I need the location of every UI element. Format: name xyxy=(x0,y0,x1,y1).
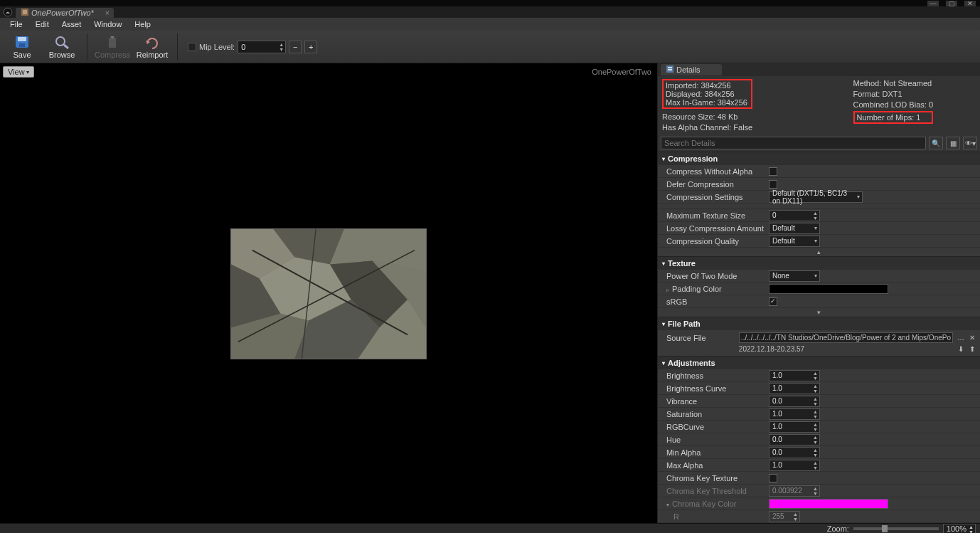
brightness-input[interactable]: 1.0▲▼ xyxy=(769,370,820,381)
menu-help[interactable]: Help xyxy=(129,19,156,30)
window-titlebar: — ▢ ✕ xyxy=(0,0,980,6)
matrix-view-button[interactable]: ▦ xyxy=(946,137,960,149)
minimize-button[interactable]: — xyxy=(927,1,939,6)
svg-rect-2 xyxy=(23,10,27,14)
triangle-down-icon: ▾ xyxy=(662,321,665,327)
max-texture-size-input[interactable]: 0▲▼ xyxy=(769,210,820,221)
spinner-arrows-icon: ▲▼ xyxy=(813,211,818,221)
srgb-checkbox[interactable] xyxy=(769,297,777,306)
maximize-button[interactable]: ▢ xyxy=(946,1,957,6)
saturation-input[interactable]: 1.0▲▼ xyxy=(769,408,820,420)
source-file-value[interactable]: ../../../../../../TN Studios/OneDrive/Bl… xyxy=(739,332,953,343)
prop-srgb: sRGB xyxy=(658,297,766,306)
toolbar-separator xyxy=(177,33,178,60)
section-compression[interactable]: ▾Compression xyxy=(658,152,980,165)
prop-saturation: Saturation xyxy=(658,410,766,418)
triangle-down-icon: ▾ xyxy=(662,260,665,267)
brightness-curve-input[interactable]: 1.0▲▼ xyxy=(769,383,820,394)
rgbcurve-input[interactable]: 1.0▲▼ xyxy=(769,421,820,433)
section-file-path[interactable]: ▾File Path xyxy=(658,317,980,330)
info-displayed: Displayed: 384x256 xyxy=(666,90,749,98)
triangle-right-icon[interactable]: ▹ xyxy=(666,287,669,293)
zoom-percent-input[interactable]: 100%▲▼ xyxy=(943,524,976,534)
statusbar: Zoom: 100%▲▼ xyxy=(0,523,980,533)
prop-lossy-amount: Lossy Compression Amount xyxy=(658,224,766,233)
info-max-ingame: Max In-Game: 384x256 xyxy=(666,98,749,107)
document-tabbar: OnePowerOfTwo* × xyxy=(0,6,980,18)
vibrance-input[interactable]: 0.0▲▼ xyxy=(769,396,820,407)
compress-without-alpha-checkbox[interactable] xyxy=(769,167,777,176)
info-lod-bias: Combined LOD Bias: 0 xyxy=(853,100,934,109)
mip-minus-button[interactable]: − xyxy=(289,41,302,53)
hue-input[interactable]: 0.0▲▼ xyxy=(769,434,820,445)
prop-rgbcurve: RGBCurve xyxy=(658,423,766,431)
details-search-input[interactable] xyxy=(661,137,926,149)
mip-plus-button[interactable]: + xyxy=(304,41,317,53)
document-tab[interactable]: OnePowerOfTwo* × xyxy=(16,8,114,18)
details-scroll-area[interactable]: ▾Compression Compress Without Alpha Defe… xyxy=(658,152,980,523)
prop-hue: Hue xyxy=(658,436,766,444)
mip-level-spinner[interactable]: 0 ▲▼ xyxy=(238,41,286,53)
compression-quality-dropdown[interactable]: Default▾ xyxy=(769,236,820,247)
menu-window[interactable]: Window xyxy=(88,19,127,30)
chroma-key-color-swatch[interactable] xyxy=(769,499,888,509)
upload-arrow-icon[interactable]: ⬆ xyxy=(967,344,977,354)
expand-advanced-toggle[interactable]: ▾ xyxy=(658,308,980,317)
reimport-icon xyxy=(144,34,161,50)
menu-asset[interactable]: Asset xyxy=(56,19,87,30)
svg-rect-4 xyxy=(18,37,26,41)
asset-name-label: OnePowerOfTwo xyxy=(592,68,651,76)
eye-options-button[interactable]: 👁▾ xyxy=(963,137,977,149)
reimport-button[interactable]: Reimport xyxy=(134,32,170,62)
padding-color-swatch[interactable] xyxy=(769,284,888,294)
highlight-box: Number of Mips: 1 xyxy=(853,111,934,124)
lossy-amount-dropdown[interactable]: Default▾ xyxy=(769,223,820,234)
close-button[interactable]: ✕ xyxy=(964,1,976,6)
prop-defer-compression: Defer Compression xyxy=(658,180,766,189)
download-arrow-icon[interactable]: ⬇ xyxy=(956,344,966,354)
highlight-box: Imported: 384x256 Displayed: 384x256 Max… xyxy=(662,79,752,109)
compress-button[interactable]: Compress xyxy=(95,32,130,62)
section-adjustments[interactable]: ▾Adjustments xyxy=(658,356,980,369)
prop-brightness: Brightness xyxy=(658,371,766,380)
compression-settings-dropdown[interactable]: Default (DXT1/5, BC1/3 on DX11)▾ xyxy=(769,191,863,203)
prop-chroma-r: R xyxy=(658,512,766,521)
texture-tab-icon xyxy=(21,9,28,17)
close-tab-icon[interactable]: × xyxy=(105,9,109,17)
zoom-label: Zoom: xyxy=(827,524,849,533)
chroma-key-texture-checkbox[interactable] xyxy=(769,474,777,482)
max-alpha-input[interactable]: 1.0▲▼ xyxy=(769,460,820,471)
zoom-thumb[interactable] xyxy=(882,525,888,532)
details-tab[interactable]: Details xyxy=(661,64,722,75)
browse-button[interactable]: Browse xyxy=(44,32,80,62)
defer-compression-checkbox[interactable] xyxy=(769,180,777,189)
section-texture[interactable]: ▾Texture xyxy=(658,256,980,270)
expand-advanced-toggle[interactable]: ▴ xyxy=(658,248,980,256)
texture-viewport[interactable]: View▾ OnePowerOfTwo xyxy=(0,63,657,523)
triangle-down-icon: ▾ xyxy=(662,156,665,162)
texture-preview xyxy=(230,228,427,359)
search-icon[interactable]: 🔍 xyxy=(929,137,943,149)
prop-min-alpha: Min Alpha xyxy=(658,448,766,457)
info-resource-size: Resource Size: 48 Kb xyxy=(662,112,752,121)
triangle-down-icon[interactable]: ▾ xyxy=(666,502,669,508)
svg-rect-24 xyxy=(668,67,672,68)
toolbar: Save Browse Compress Reimport Mip Level:… xyxy=(0,31,980,63)
view-options-button[interactable]: View▾ xyxy=(3,66,34,78)
chroma-r-input: 255▲▼ xyxy=(769,511,800,522)
svg-point-6 xyxy=(56,37,65,46)
power-of-two-dropdown[interactable]: None▾ xyxy=(769,270,820,282)
prop-max-texture-size: Maximum Texture Size xyxy=(658,211,766,220)
zoom-slider[interactable] xyxy=(853,527,939,530)
browse-icon xyxy=(53,34,70,50)
browse-file-button[interactable]: … xyxy=(956,332,966,342)
prop-compression-settings: Compression Settings xyxy=(658,193,766,201)
min-alpha-input[interactable]: 0.0▲▼ xyxy=(769,447,820,458)
menu-edit[interactable]: Edit xyxy=(30,19,55,30)
save-button[interactable]: Save xyxy=(4,32,40,62)
prop-compress-without-alpha: Compress Without Alpha xyxy=(658,167,766,176)
clear-file-button[interactable]: ✕ xyxy=(967,332,977,342)
mip-level-checkbox[interactable] xyxy=(188,43,196,51)
menu-file[interactable]: File xyxy=(4,19,28,30)
svg-rect-25 xyxy=(668,69,672,70)
